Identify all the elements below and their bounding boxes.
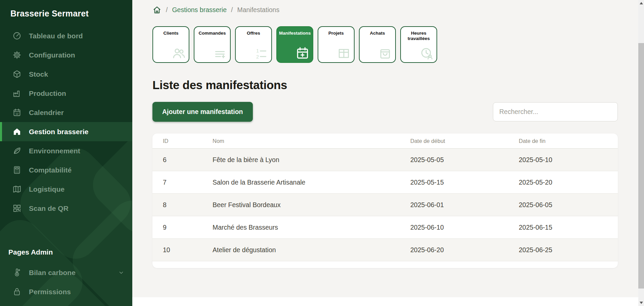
main-content: / Gestions brasserie / Manifestations Cl…: [132, 0, 638, 306]
sidebar: Brasserie Sermaret Tableau de bord Confi…: [0, 0, 132, 306]
scrollbar-thumb[interactable]: [638, 43, 644, 289]
numbered-list-icon: 12: [254, 46, 269, 61]
table-row: 9 Marché des Brasseurs 2025-06-10 2025-0…: [152, 216, 618, 239]
search-input[interactable]: [493, 102, 618, 121]
scroll-up-arrow-icon[interactable]: [640, 2, 643, 4]
list-controls: Ajouter une manifestation: [152, 102, 618, 122]
cell-nom: Marché des Brasseurs: [202, 224, 400, 231]
home-icon[interactable]: [152, 5, 162, 14]
sidebar-item-label: Stock: [29, 70, 48, 78]
sidebar-item-label: Production: [29, 89, 66, 98]
breadcrumb-separator: /: [231, 6, 233, 14]
page-title: Liste des manifestations: [152, 78, 618, 92]
table-row: 8 Beer Festival Bordeaux 2025-06-01 2025…: [152, 194, 618, 216]
tab-offres[interactable]: Offres 12: [235, 26, 272, 63]
sidebar-nav: Tableau de bord Configuration Stock Prod…: [0, 26, 132, 218]
table-row: 6 Fête de la bière à Lyon 2025-05-05 202…: [152, 149, 618, 171]
svg-text:12: 12: [15, 112, 18, 115]
cell-date-debut: 2025-06-20: [400, 246, 508, 254]
cell-date-debut: 2025-05-15: [400, 179, 508, 186]
cell-nom: Beer Festival Bordeaux: [202, 201, 400, 209]
sidebar-item-production[interactable]: Production: [0, 84, 132, 103]
sidebar-item-scan-de-qr[interactable]: Scan de QR: [0, 199, 132, 218]
breadcrumb-current: Manifestations: [237, 6, 279, 14]
users-icon: [171, 46, 186, 61]
tab-commandes[interactable]: Commandes: [194, 26, 231, 63]
sidebar-item-environnement[interactable]: Environnement: [0, 141, 132, 160]
sidebar-item-label: Logistique: [29, 185, 64, 193]
thermometer-icon: [12, 268, 21, 277]
calculator-icon: [12, 165, 21, 175]
manifestations-table: ID Nom Date de début Date de fin 6 Fête …: [152, 133, 618, 268]
page-bottom-strip: [132, 297, 638, 306]
cell-id: 7: [152, 179, 202, 186]
svg-text:2: 2: [256, 54, 259, 60]
chevron-down-icon[interactable]: [118, 270, 124, 276]
cell-date-fin: 2025-06-15: [508, 224, 618, 231]
cell-date-fin: 2025-06-25: [508, 246, 618, 254]
sidebar-item-label: Environnement: [29, 147, 80, 155]
add-manifestation-button[interactable]: Ajouter une manifestation: [152, 102, 253, 122]
app-title: Brasserie Sermaret: [0, 0, 132, 18]
sidebar-item-calendrier[interactable]: 12 Calendrier: [0, 103, 132, 122]
table-header-row: ID Nom Date de début Date de fin: [152, 133, 618, 149]
column-header-date-fin: Date de fin: [508, 138, 618, 144]
sidebar-item-label: Configuration: [29, 51, 75, 59]
cell-nom: Atelier de dégustation: [202, 246, 400, 254]
sidebar-item-configuration[interactable]: Configuration: [0, 45, 132, 65]
column-header-date-debut: Date de début: [400, 138, 508, 144]
cell-nom: Fête de la bière à Lyon: [202, 156, 400, 164]
entity-tabs: Clients Commandes Offres 12 Manifestatio…: [152, 26, 618, 63]
lock-icon: [12, 287, 21, 296]
gauge-icon: [12, 31, 21, 40]
breadcrumb-link-gestions-brasserie[interactable]: Gestions brasserie: [172, 6, 227, 14]
cell-date-debut: 2025-05-05: [400, 156, 508, 164]
sidebar-section-pages-admin: Pages Admin: [8, 248, 132, 256]
factory-icon: [12, 89, 21, 98]
shopping-bag-icon: [378, 46, 393, 61]
cell-date-debut: 2025-06-01: [400, 201, 508, 209]
column-header-id: ID: [152, 138, 202, 144]
scroll-down-arrow-icon[interactable]: [640, 302, 643, 304]
package-icon: [12, 70, 21, 79]
cell-id: 6: [152, 156, 202, 164]
cell-date-fin: 2025-06-05: [508, 201, 618, 209]
table-row: 10 Atelier de dégustation 2025-06-20 202…: [152, 239, 618, 261]
qr-code-icon: [12, 204, 21, 213]
sidebar-admin-nav: Bilan carbone Permissions: [0, 263, 132, 301]
app-root: Brasserie Sermaret Tableau de bord Confi…: [0, 0, 644, 306]
sidebar-item-label: Bilan carbone: [29, 269, 76, 277]
order-list-icon: [213, 46, 227, 61]
sidebar-item-comptabilite[interactable]: Comptabilité: [0, 160, 132, 180]
tab-projets[interactable]: Projets: [318, 26, 355, 63]
calendar-plus-icon: [295, 46, 310, 61]
sidebar-item-label: Permissions: [29, 288, 71, 296]
tab-clients[interactable]: Clients: [152, 26, 189, 63]
cell-date-fin: 2025-05-10: [508, 156, 618, 164]
sidebar-item-tableau-de-bord[interactable]: Tableau de bord: [0, 26, 132, 45]
sidebar-item-stock[interactable]: Stock: [0, 65, 132, 84]
tab-achats[interactable]: Achats: [359, 26, 396, 63]
clock-user-icon: [419, 46, 434, 61]
tab-manifestations[interactable]: Manifestations: [276, 26, 313, 63]
vertical-scrollbar[interactable]: [638, 0, 644, 306]
sidebar-item-label: Scan de QR: [29, 204, 68, 213]
cell-id: 10: [152, 246, 202, 254]
cell-date-fin: 2025-05-20: [508, 179, 618, 186]
cell-id: 8: [152, 201, 202, 209]
sidebar-item-logistique[interactable]: Logistique: [0, 180, 132, 199]
home-icon: [12, 127, 21, 136]
sidebar-item-label: Comptabilité: [29, 166, 72, 174]
sidebar-item-bilan-carbone[interactable]: Bilan carbone: [0, 263, 132, 282]
sidebar-item-permissions[interactable]: Permissions: [0, 282, 132, 301]
leaf-icon: [12, 146, 21, 155]
sidebar-item-gestion-brasserie[interactable]: Gestion brasserie: [0, 122, 132, 141]
tab-heures-travaillees[interactable]: Heures travaillées: [400, 26, 437, 63]
cell-nom: Salon de la Brasserie Artisanale: [202, 179, 400, 186]
sidebar-item-label: Tableau de bord: [29, 32, 83, 40]
map-icon: [12, 185, 21, 194]
cell-id: 9: [152, 224, 202, 231]
sidebar-item-label: Calendrier: [29, 109, 64, 117]
cell-date-debut: 2025-06-10: [400, 224, 508, 231]
gear-icon: [12, 50, 21, 60]
